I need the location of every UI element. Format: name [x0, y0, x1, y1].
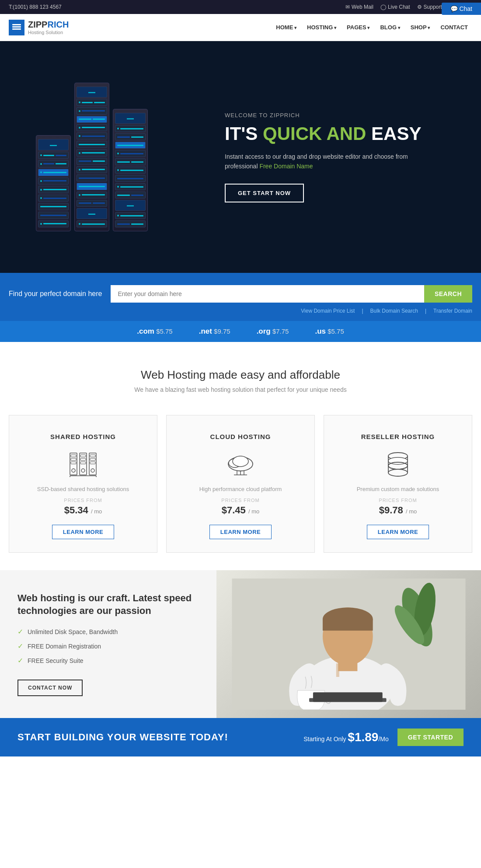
feature-text-3: FREE Security Suite: [28, 657, 84, 664]
footer-cta-pricing: Starting At Only $1.89/Mo: [303, 730, 389, 744]
domain-pricing-bar: .com $5.75 .net $9.75 .org $7.75 .us $5.…: [0, 321, 481, 342]
free-domain-link[interactable]: Free Domain Name: [259, 163, 313, 170]
get-start-button[interactable]: GET START NOW: [225, 184, 304, 202]
logo-rich: RICH: [47, 20, 69, 29]
bulk-domain-search-link[interactable]: Bulk Domain Search: [370, 308, 418, 314]
nav-blog[interactable]: BLOG: [376, 21, 404, 33]
hero-title: IT'S QUICK AND EASY: [225, 123, 459, 145]
footer-cta: START BUILDING YOUR WEBSITE TODAY! Start…: [0, 718, 481, 756]
svg-point-7: [72, 469, 75, 472]
domain-input-wrap: SEARCH: [111, 285, 472, 303]
get-started-button[interactable]: GET STARTED: [397, 729, 464, 746]
hosting-title: Web Hosting made easy and affordable: [9, 368, 472, 382]
hosting-cards: SHARED HOSTING: [0, 402, 481, 570]
transfer-domain-link[interactable]: Transfer Domain: [433, 308, 472, 314]
support-link[interactable]: ⚙ Support: [417, 4, 442, 10]
cloud-hosting-title: CLOUD HOSTING: [175, 433, 306, 440]
reseller-hosting-icon: [383, 451, 413, 477]
livechat-link[interactable]: ◯ Live Chat: [380, 4, 410, 10]
footer-cta-right: Starting At Only $1.89/Mo GET STARTED: [303, 729, 464, 746]
logo-subtitle: Hosting Solution: [28, 30, 69, 35]
features-image: [216, 570, 481, 718]
nav-shop[interactable]: SHOP: [406, 21, 435, 33]
shared-hosting-card: SHARED HOSTING: [9, 415, 157, 553]
svg-rect-2: [12, 28, 21, 30]
reseller-hosting-btn[interactable]: LEARN MORE: [367, 525, 429, 539]
domain-price-org: .org $7.75: [257, 327, 289, 336]
nav-pages[interactable]: PAGES: [342, 21, 374, 33]
features-title: Web hosting is our craft. Latest speed t…: [17, 592, 199, 617]
view-domain-price-link[interactable]: View Domain Price List: [301, 308, 355, 314]
svg-rect-11: [80, 462, 86, 464]
svg-rect-5: [71, 458, 76, 460]
phone-number: T:(1001) 888 123 4567: [9, 4, 62, 10]
svg-rect-10: [80, 458, 86, 460]
domain-price-us: .us $5.75: [315, 327, 344, 336]
check-icon-1: ✓: [17, 627, 23, 636]
svg-rect-1: [12, 26, 21, 28]
svg-point-36: [388, 469, 408, 476]
features-left: Web hosting is our craft. Latest speed t…: [0, 570, 216, 718]
webmail-link[interactable]: ✉ Web Mail: [345, 4, 373, 10]
shared-hosting-desc: SSD-based shared hosting solutions: [18, 486, 148, 492]
svg-point-12: [81, 469, 85, 472]
hosting-intro: Web Hosting made easy and affordable We …: [0, 342, 481, 402]
domain-label: Find your perfect domain here: [9, 290, 102, 298]
feature-text-2: FREE Domain Registration: [28, 643, 101, 650]
logo-icon: [9, 20, 24, 35]
svg-point-23: [233, 456, 248, 467]
nav-home[interactable]: HOME: [272, 21, 301, 33]
footer-cta-title: START BUILDING YOUR WEBSITE TODAY!: [17, 732, 228, 743]
cloud-hosting-icon: [225, 451, 256, 477]
hero-servers-illustration: [0, 41, 184, 273]
contact-now-button[interactable]: CONTACT NOW: [17, 680, 83, 696]
domain-search-section: Find your perfect domain here SEARCH Vie…: [0, 273, 481, 321]
feature-item-2: ✓ FREE Domain Registration: [17, 642, 199, 650]
chat-topbar-icon: ◯: [380, 4, 386, 10]
email-icon: ✉: [345, 4, 350, 10]
hero-content: WELCOME TO ZIPPRICH IT'S QUICK AND EASY …: [212, 41, 481, 273]
domain-price-com: .com $5.75: [137, 327, 172, 336]
cloud-hosting-price: $7.45 / mo: [175, 505, 306, 516]
nav-hosting[interactable]: HOSTING: [303, 21, 341, 33]
shared-hosting-icon: [68, 451, 98, 477]
feature-item-1: ✓ Unlimited Disk Space, Bandwidth: [17, 627, 199, 636]
logo-text: ZIPPRICH Hosting Solution: [28, 19, 69, 35]
shared-hosting-btn[interactable]: LEARN MORE: [52, 525, 114, 539]
reseller-hosting-title: RESELLER HOSTING: [333, 433, 463, 440]
check-icon-3: ✓: [17, 656, 23, 665]
rack-left: [36, 135, 71, 231]
logo: ZIPPRICH Hosting Solution: [9, 19, 69, 35]
cloud-hosting-btn[interactable]: LEARN MORE: [209, 525, 272, 539]
svg-rect-4: [71, 455, 76, 457]
hero-desc: Instant access to our drag and drop webs…: [225, 152, 408, 171]
check-icon-2: ✓: [17, 642, 23, 650]
rack-right: [113, 109, 148, 231]
nav-contact[interactable]: CONTACT: [436, 21, 472, 33]
shared-hosting-price: $5.34 / mo: [18, 505, 148, 516]
domain-search-row: Find your perfect domain here SEARCH: [9, 285, 472, 303]
domain-links: View Domain Price List | Bulk Domain Sea…: [9, 308, 472, 314]
chat-bubble[interactable]: 💬 Chat: [442, 3, 481, 15]
feature-text-1: Unlimited Disk Space, Bandwidth: [28, 628, 118, 635]
svg-rect-46: [323, 619, 373, 631]
logo-zipp: ZIPP: [28, 20, 47, 29]
svg-rect-44: [338, 656, 357, 671]
main-nav: HOME HOSTING PAGES BLOG SHOP CONTACT: [272, 21, 472, 33]
topbar: T:(1001) 888 123 4567 ✉ Web Mail ◯ Live …: [0, 0, 481, 14]
svg-point-17: [91, 469, 94, 472]
domain-search-button[interactable]: SEARCH: [424, 285, 472, 303]
svg-rect-15: [90, 458, 95, 460]
svg-rect-6: [71, 462, 76, 464]
features-section: Web hosting is our craft. Latest speed t…: [0, 570, 481, 718]
svg-rect-16: [90, 462, 95, 464]
cloud-hosting-desc: High performance cloud platform: [175, 486, 306, 492]
feature-item-3: ✓ FREE Security Suite: [17, 656, 199, 665]
header: ZIPPRICH Hosting Solution HOME HOSTING P…: [0, 14, 481, 41]
reseller-hosting-card: RESELLER HOSTING Premium custom made sol…: [324, 415, 472, 553]
hero-section: WELCOME TO ZIPPRICH IT'S QUICK AND EASY …: [0, 41, 481, 273]
reseller-hosting-price: $9.78 / mo: [333, 505, 463, 516]
shared-hosting-from: PRICES FROM: [18, 498, 148, 503]
domain-price-net: .net $9.75: [199, 327, 230, 336]
domain-search-input[interactable]: [111, 285, 424, 303]
